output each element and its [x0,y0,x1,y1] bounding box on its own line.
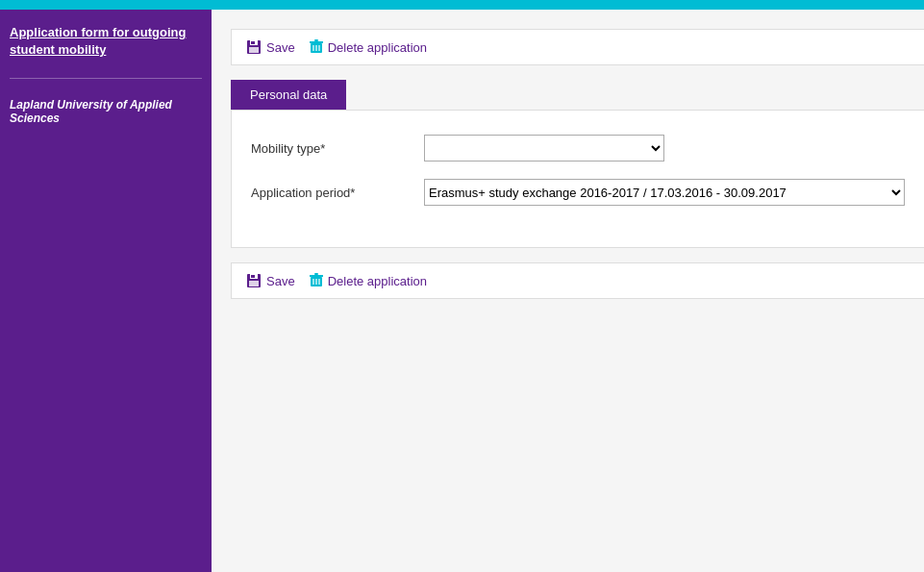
trash-icon-top [310,39,323,55]
svg-rect-12 [249,281,259,286]
delete-label-top: Delete application [328,40,427,55]
svg-rect-5 [310,41,323,43]
svg-rect-7 [312,45,314,51]
top-bar [0,0,924,10]
form-section: Mobility type* Application period* Erasm… [231,110,924,248]
svg-rect-18 [315,279,317,285]
mobility-type-select[interactable] [424,135,664,162]
svg-rect-6 [314,39,318,41]
save-icon-bottom [246,273,262,288]
save-label-top: Save [266,40,295,55]
svg-rect-16 [314,273,318,275]
save-button-bottom[interactable]: Save [246,273,295,288]
mobility-type-label: Mobility type* [251,141,424,156]
application-period-row: Application period* Erasmus+ study excha… [251,179,905,206]
delete-button-bottom[interactable]: Delete application [310,273,427,288]
save-button-top[interactable]: Save [246,39,295,55]
save-label-bottom: Save [266,274,295,288]
svg-rect-2 [249,47,259,53]
svg-rect-9 [318,45,320,51]
sidebar: Application form for outgoing student mo… [0,10,212,572]
svg-rect-15 [310,275,323,277]
sidebar-divider [10,78,202,79]
svg-rect-13 [251,275,255,278]
application-period-label: Application period* [251,186,424,200]
main-content: Save Delete application Personal data [212,10,924,572]
tab-personal-data-label: Personal data [250,87,327,102]
tab-personal-data[interactable]: Personal data [231,80,346,110]
svg-rect-8 [315,45,317,51]
application-period-select[interactable]: Erasmus+ study exchange 2016-2017 / 17.0… [424,179,905,206]
svg-rect-19 [318,279,320,285]
bottom-action-bar: Save Delete application [231,262,924,299]
top-action-bar: Save Delete application [231,29,924,65]
svg-rect-3 [251,41,255,44]
sidebar-title[interactable]: Application form for outgoing student mo… [10,24,202,59]
delete-button-top[interactable]: Delete application [310,39,427,55]
sidebar-university: Lapland University of Applied Sciences [10,98,202,125]
tab-bar: Personal data [231,80,924,110]
trash-icon-bottom [310,273,323,288]
mobility-type-row: Mobility type* [251,135,905,162]
save-icon-top [246,39,262,55]
delete-label-bottom: Delete application [328,274,427,288]
svg-rect-17 [312,279,314,285]
